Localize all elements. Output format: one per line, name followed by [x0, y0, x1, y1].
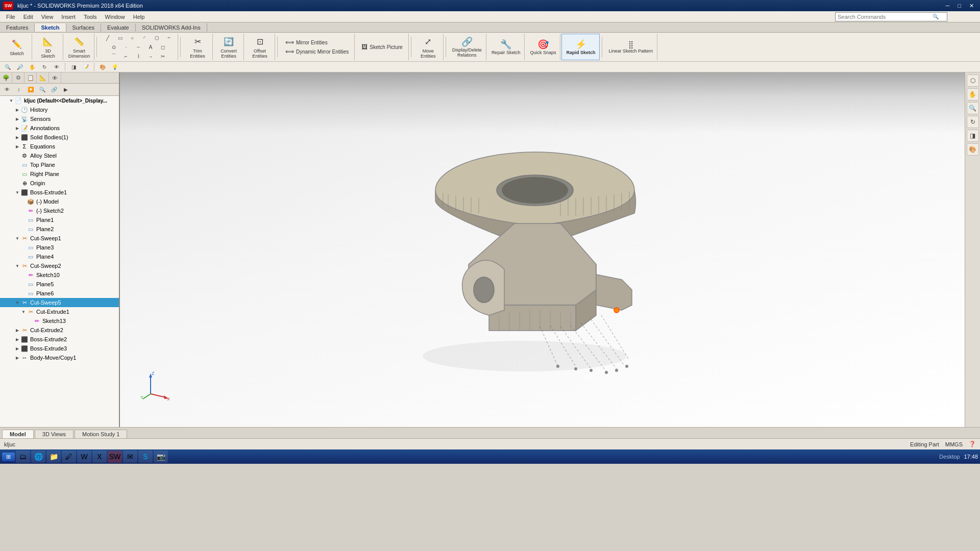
tree-annotations[interactable]: ▶ 📝 Annotations	[0, 123, 119, 133]
search-input[interactable]	[836, 14, 933, 20]
tree-plane2[interactable]: ▶ ▭ Plane2	[0, 224, 119, 234]
tree-cut-extrude2[interactable]: ▶ ✂ Cut-Extrude2	[0, 325, 119, 335]
display-delete-button[interactable]: 🔗 Display/DeleteRelations	[448, 34, 486, 60]
fp-tab-config[interactable]: 📋	[24, 72, 37, 84]
tree-plane5[interactable]: ▶ ▭ Plane5	[0, 280, 119, 289]
start-button[interactable]: ⊞	[2, 453, 15, 461]
tree-sensors[interactable]: ▶ 📡 Sensors	[0, 114, 119, 123]
centerline-button[interactable]: ┄	[133, 42, 144, 52]
taskbar-mail[interactable]: ✉	[123, 450, 137, 463]
tree-sketch10[interactable]: ▶ ✏ Sketch10	[0, 270, 119, 280]
menu-help[interactable]: Help	[129, 13, 149, 21]
taskbar-skype[interactable]: S	[138, 450, 153, 463]
taskbar-word[interactable]: W	[77, 450, 91, 463]
tree-history[interactable]: ▶ 🕐 History	[0, 105, 119, 114]
taskbar-photos[interactable]: 📷	[154, 450, 168, 463]
fillet-button[interactable]: ⌒	[108, 52, 119, 61]
rect-button[interactable]: ▭	[114, 33, 126, 42]
expand-bmc[interactable]: ▶	[14, 355, 20, 361]
rapid-sketch-button[interactable]: ⚡ Rapid Sketch	[561, 34, 600, 60]
viewport[interactable]: Z X Y	[120, 72, 965, 427]
close-btn[interactable]: ✕	[966, 3, 977, 9]
fp-tool-arrow[interactable]: ▶	[61, 85, 71, 94]
render-style-button[interactable]: 🎨	[97, 62, 108, 71]
taskbar-pen[interactable]: 🖊	[62, 450, 76, 463]
tab-sketch[interactable]: Sketch	[35, 23, 66, 32]
tree-boss-extrude2[interactable]: ▶ ⬛ Boss-Extrude2	[0, 335, 119, 344]
tree-body-move[interactable]: ▶ ↔ Body-Move/Copy1	[0, 353, 119, 362]
polygon-button[interactable]: ⬡	[151, 33, 162, 42]
extend-button[interactable]: →	[145, 52, 156, 61]
plane-button[interactable]: ◻	[157, 42, 168, 52]
tree-plane6[interactable]: ▶ ▭ Plane6	[0, 289, 119, 298]
taskbar-browser[interactable]: 🌐	[31, 450, 45, 463]
spline-button[interactable]: ~	[163, 33, 175, 42]
tree-alloy-steel[interactable]: ▶ ⚙ Alloy Steel	[0, 151, 119, 160]
expand-cs5[interactable]: ▼	[14, 299, 20, 306]
fp-tab-dim[interactable]: 📐	[37, 72, 49, 84]
taskbar-excel[interactable]: X	[92, 450, 107, 463]
fp-tab-property[interactable]: ⚙	[12, 72, 24, 84]
dynamic-annot-button[interactable]: 📝	[80, 62, 91, 71]
smart-dim-button[interactable]: 📏 SmartDimension	[67, 35, 91, 59]
dynamic-mirror-button[interactable]: ⟺ Dynamic Mirror Entities	[284, 47, 350, 56]
lighting-button[interactable]: 💡	[109, 62, 120, 71]
point-button[interactable]: ·	[120, 42, 132, 52]
tree-cut-extrude1-sub[interactable]: ▼ ✂ Cut-Extrude1	[0, 307, 119, 316]
circle-button[interactable]: ○	[127, 33, 138, 42]
tab-evaluate[interactable]: Evaluate	[101, 23, 136, 32]
fp-tool-filter[interactable]: 🔽	[26, 85, 36, 94]
fp-tab-display[interactable]: 👁	[49, 72, 61, 84]
sketch-picture-button[interactable]: 🖼 Sketch Picture	[360, 43, 404, 51]
text-button[interactable]: A	[145, 42, 156, 52]
menu-window[interactable]: Window	[101, 13, 129, 21]
trim-button[interactable]: ✂ Trim Entities	[186, 35, 209, 59]
expand-be2[interactable]: ▶	[14, 336, 20, 342]
menu-edit[interactable]: Edit	[19, 13, 37, 21]
zoom-fit-button[interactable]: 🔍	[2, 62, 13, 71]
fp-tool-link[interactable]: 🔗	[49, 85, 59, 94]
expand-be3[interactable]: ▶	[14, 345, 20, 352]
line-button[interactable]: ╱	[102, 33, 113, 42]
restore-btn[interactable]: □	[954, 3, 964, 9]
expand-history[interactable]: ▶	[14, 107, 20, 113]
menu-insert[interactable]: Insert	[57, 13, 80, 21]
expand-boss1[interactable]: ▼	[14, 189, 20, 195]
tab-features[interactable]: Features	[0, 23, 35, 32]
3d-sketch-button[interactable]: 📐 3DSketch	[36, 35, 60, 59]
expand-cs2[interactable]: ▼	[14, 263, 20, 269]
tree-boss-extrude1[interactable]: ▼ ⬛ Boss-Extrude1	[0, 188, 119, 197]
convert-button[interactable]: 🔄 Convert Entities	[217, 35, 240, 59]
expand-eq[interactable]: ▶	[14, 143, 20, 149]
tree-document-root[interactable]: ▼ 📄 kljuc (Default<<Default>_Display...	[0, 96, 119, 105]
tree-cut-sweep1[interactable]: ▼ ✂ Cut-Sweep1	[0, 234, 119, 243]
status-help-icon[interactable]: ❓	[969, 441, 976, 447]
expand-sensors[interactable]: ▶	[14, 116, 20, 122]
expand-cs1[interactable]: ▼	[14, 235, 20, 241]
taskbar-explorer[interactable]: 🗂	[16, 450, 30, 463]
expand-root[interactable]: ▼	[8, 97, 14, 104]
arc-button[interactable]: ◜	[139, 33, 150, 42]
tree-top-plane[interactable]: ▶ ▭ Top Plane	[0, 160, 119, 169]
quick-snaps-button[interactable]: 🎯 Quick Snaps	[526, 34, 560, 60]
panel-resize-handle[interactable]	[976, 0, 980, 551]
tab-motion[interactable]: Motion Study 1	[75, 430, 127, 438]
ellipse-button[interactable]: ⊙	[108, 42, 119, 52]
tree-equations[interactable]: ▶ Σ Equations	[0, 142, 119, 151]
menu-file[interactable]: File	[2, 13, 19, 21]
tab-model[interactable]: Model	[2, 430, 34, 438]
tree-plane4[interactable]: ▶ ▭ Plane4	[0, 252, 119, 261]
tree-plane1[interactable]: ▶ ▭ Plane1	[0, 215, 119, 224]
taskbar-desktop[interactable]: Desktop	[939, 454, 960, 460]
fp-tool-hide[interactable]: 👁	[2, 85, 12, 94]
expand-ce1s[interactable]: ▼	[20, 309, 27, 315]
menu-tools[interactable]: Tools	[80, 13, 101, 21]
zoom-area-button[interactable]: 🔎	[14, 62, 26, 71]
tree-right-plane[interactable]: ▶ ▭ Right Plane	[0, 169, 119, 179]
fp-tool-collapse[interactable]: ↕	[14, 85, 24, 94]
tree-origin[interactable]: ▶ ⊕ Origin	[0, 179, 119, 188]
menu-view[interactable]: View	[37, 13, 58, 21]
view-orient-button[interactable]: 👁	[51, 62, 62, 71]
offset-button[interactable]: ⊡ Offset Entities	[248, 35, 272, 59]
expand-ce2[interactable]: ▶	[14, 327, 20, 333]
